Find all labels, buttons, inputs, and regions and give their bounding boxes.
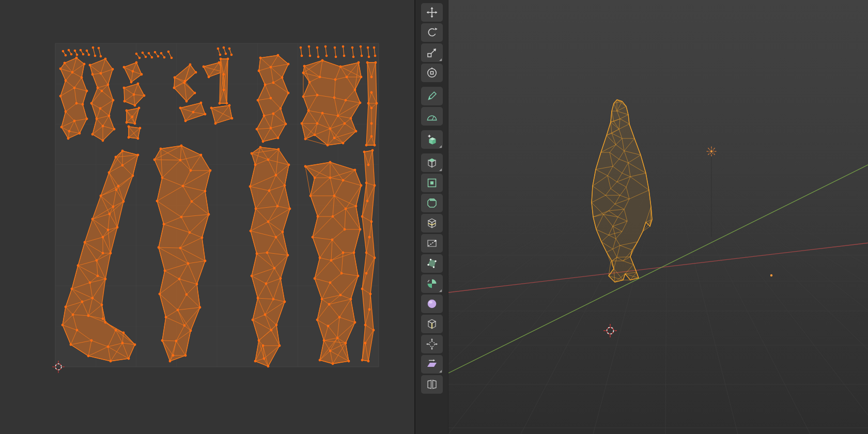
transform-icon xyxy=(426,67,438,79)
add-tools-group xyxy=(421,130,443,149)
loop-cut-icon xyxy=(426,217,438,229)
scale-icon xyxy=(426,47,438,59)
inset-faces-icon xyxy=(426,177,438,189)
tool-edge-slide-button[interactable] xyxy=(421,315,443,333)
tool-bevel-button[interactable] xyxy=(421,194,443,212)
point-light-object[interactable] xyxy=(707,147,717,237)
tool-shrink-fatten-button[interactable] xyxy=(421,335,443,353)
floor-grid xyxy=(448,164,868,434)
annotate-icon xyxy=(426,90,438,102)
tool-move-button[interactable] xyxy=(421,3,443,22)
cursor-3d xyxy=(603,324,617,337)
uv-image-editor[interactable] xyxy=(0,0,415,434)
tool-shelf xyxy=(415,0,448,434)
shrink-fatten-icon xyxy=(426,338,438,350)
rip-region-icon xyxy=(426,378,438,391)
tool-scale-button[interactable] xyxy=(421,43,443,62)
shear-icon xyxy=(426,358,438,370)
measure-icon xyxy=(426,110,438,122)
tool-extrude-region-button[interactable] xyxy=(421,153,443,172)
add-cube-icon xyxy=(426,133,438,146)
tool-knife-button[interactable] xyxy=(421,234,443,253)
tool-annotate-button[interactable] xyxy=(421,87,443,105)
tool-rotate-button[interactable] xyxy=(421,23,443,42)
uv-canvas[interactable] xyxy=(0,0,414,434)
blender-workspace xyxy=(0,0,868,434)
tool-rip-region-button[interactable] xyxy=(421,375,443,394)
tool-poly-build-button[interactable] xyxy=(421,254,443,273)
viewport-canvas[interactable] xyxy=(448,0,868,434)
knife-icon xyxy=(426,237,438,250)
small-orange-dot xyxy=(770,274,772,276)
extrude-region-icon xyxy=(426,157,438,169)
tool-smooth-button[interactable] xyxy=(421,295,443,313)
rotate-icon xyxy=(426,26,438,39)
y-axis-line xyxy=(448,164,868,373)
x-axis-line xyxy=(448,243,868,292)
spin-icon xyxy=(426,277,438,290)
tool-spin-button[interactable] xyxy=(421,274,443,293)
annotate-tools-group xyxy=(421,87,443,126)
smooth-icon xyxy=(426,298,438,310)
tool-shear-button[interactable] xyxy=(421,355,443,374)
tool-measure-button[interactable] xyxy=(421,107,443,126)
transform-tools-group xyxy=(421,3,443,82)
tool-add-cube-button[interactable] xyxy=(421,130,443,149)
bevel-icon xyxy=(426,197,438,209)
uv-island[interactable] xyxy=(301,59,363,147)
tool-transform-button[interactable] xyxy=(421,64,443,82)
mesh-tools-group xyxy=(421,153,443,394)
viewport-3d[interactable] xyxy=(448,0,868,434)
move-icon xyxy=(426,6,438,19)
tool-loop-cut-button[interactable] xyxy=(421,214,443,233)
poly-build-icon xyxy=(426,257,438,270)
tool-inset-faces-button[interactable] xyxy=(421,174,443,192)
edge-slide-icon xyxy=(426,318,438,330)
penguin-mesh[interactable] xyxy=(592,100,652,282)
